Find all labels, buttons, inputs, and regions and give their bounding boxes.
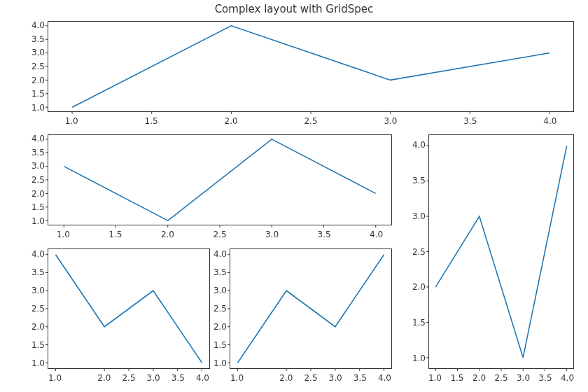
x-tick-labels: 1.02.02.53.03.54.0 bbox=[230, 373, 392, 384]
y-tick-label: 4.0 bbox=[31, 134, 45, 144]
y-tick-label: 4.0 bbox=[412, 140, 426, 150]
x-tick-label: 3.0 bbox=[517, 373, 530, 383]
data-line bbox=[64, 139, 375, 220]
line-plot bbox=[429, 135, 573, 368]
plot-area bbox=[48, 21, 574, 112]
x-tick-label: 2.5 bbox=[304, 373, 317, 383]
figure-title: Complex layout with GridSpec bbox=[0, 3, 588, 15]
x-tick-labels: 1.01.52.02.53.03.54.0 bbox=[48, 230, 392, 241]
y-tick-label: 1.5 bbox=[31, 89, 45, 99]
axes-bottom-mid: 1.02.02.53.03.54.01.01.52.02.53.03.54.0 bbox=[230, 248, 392, 369]
x-tick-label: 2.5 bbox=[494, 373, 507, 383]
axes-top-full: 1.01.52.02.53.03.54.01.01.52.02.53.03.54… bbox=[48, 21, 574, 112]
y-tick-labels: 1.01.52.02.53.03.54.0 bbox=[206, 248, 227, 369]
y-tick-label: 4.0 bbox=[31, 20, 45, 30]
y-tick-label: 2.5 bbox=[31, 62, 45, 71]
x-tick-labels: 1.02.02.53.03.54.0 bbox=[48, 373, 210, 384]
y-tick-label: 3.0 bbox=[31, 161, 45, 171]
x-tick-label: 2.0 bbox=[161, 230, 174, 239]
figure: Complex layout with GridSpec 1.01.52.02.… bbox=[0, 0, 588, 392]
x-tick-label: 1.5 bbox=[145, 116, 158, 126]
y-tick-label: 1.5 bbox=[214, 340, 227, 350]
y-tick-labels: 1.01.52.02.53.03.54.0 bbox=[24, 134, 45, 225]
data-line bbox=[435, 146, 566, 358]
x-tick-label: 1.0 bbox=[65, 116, 78, 126]
x-tick-label: 3.5 bbox=[463, 116, 477, 126]
x-tick-label: 2.5 bbox=[304, 116, 317, 126]
y-tick-label: 2.5 bbox=[412, 247, 426, 257]
x-tick-labels: 1.01.52.02.53.03.54.0 bbox=[48, 116, 574, 127]
plot-area bbox=[428, 134, 574, 369]
y-tick-label: 2.5 bbox=[31, 175, 45, 185]
y-tick-label: 1.0 bbox=[31, 103, 45, 113]
y-tick-label: 3.0 bbox=[31, 286, 45, 295]
axes-bottom-left: 1.02.02.53.03.54.01.01.52.02.53.03.54.0 bbox=[48, 248, 210, 369]
y-tick-label: 2.0 bbox=[412, 282, 426, 292]
y-tick-label: 1.5 bbox=[31, 202, 45, 212]
x-tick-label: 3.5 bbox=[354, 373, 367, 383]
y-tick-labels: 1.01.52.02.53.03.54.0 bbox=[24, 248, 45, 369]
x-tick-label: 2.0 bbox=[225, 116, 238, 126]
x-tick-label: 1.0 bbox=[57, 230, 70, 239]
plot-area bbox=[48, 134, 392, 225]
y-tick-label: 4.0 bbox=[214, 249, 227, 259]
x-tick-label: 3.0 bbox=[384, 116, 397, 126]
x-tick-labels: 1.01.52.02.53.03.54.0 bbox=[428, 373, 574, 384]
data-line bbox=[72, 26, 550, 107]
y-tick-label: 2.0 bbox=[31, 322, 45, 332]
x-tick-label: 4.0 bbox=[561, 373, 574, 383]
y-tick-labels: 1.01.52.02.53.03.54.0 bbox=[24, 21, 45, 112]
y-tick-label: 1.0 bbox=[31, 216, 45, 226]
y-tick-label: 3.0 bbox=[31, 48, 45, 57]
y-tick-label: 1.0 bbox=[31, 358, 45, 368]
x-tick-label: 3.0 bbox=[329, 373, 342, 383]
axes-right-tall: 1.01.52.02.53.03.54.01.01.52.02.53.03.54… bbox=[428, 134, 574, 369]
axes-mid-left-wide: 1.01.52.02.53.03.54.01.01.52.02.53.03.54… bbox=[48, 134, 392, 225]
y-tick-label: 2.0 bbox=[31, 76, 45, 85]
y-tick-label: 1.0 bbox=[214, 358, 227, 368]
y-tick-label: 2.0 bbox=[214, 322, 227, 332]
y-tick-label: 1.5 bbox=[412, 318, 426, 328]
x-tick-label: 1.0 bbox=[48, 373, 62, 383]
y-tick-label: 3.5 bbox=[31, 148, 45, 158]
x-tick-label: 3.5 bbox=[172, 373, 185, 383]
line-plot bbox=[48, 22, 573, 111]
line-plot bbox=[230, 249, 391, 368]
x-tick-label: 3.0 bbox=[265, 230, 279, 239]
x-tick-label: 2.0 bbox=[279, 373, 293, 383]
data-line bbox=[55, 255, 202, 363]
x-tick-label: 2.0 bbox=[97, 373, 111, 383]
y-tick-labels: 1.01.52.02.53.03.54.0 bbox=[405, 134, 426, 369]
y-tick-label: 3.0 bbox=[214, 286, 227, 295]
x-tick-label: 2.0 bbox=[472, 373, 486, 383]
x-tick-label: 1.0 bbox=[230, 373, 244, 383]
plot-area bbox=[48, 248, 210, 369]
x-tick-label: 4.0 bbox=[196, 373, 209, 383]
x-tick-label: 4.0 bbox=[370, 230, 383, 239]
data-line bbox=[237, 255, 384, 363]
x-tick-label: 1.0 bbox=[428, 373, 442, 383]
y-tick-label: 1.5 bbox=[31, 340, 45, 350]
y-tick-label: 3.0 bbox=[412, 211, 426, 221]
line-plot bbox=[48, 249, 209, 368]
plot-area bbox=[230, 248, 392, 369]
y-tick-label: 3.5 bbox=[214, 267, 227, 277]
y-tick-label: 2.5 bbox=[214, 304, 227, 314]
y-tick-label: 2.0 bbox=[31, 189, 45, 199]
x-tick-label: 1.5 bbox=[108, 230, 122, 239]
line-plot bbox=[48, 135, 391, 225]
x-tick-label: 3.0 bbox=[147, 373, 160, 383]
y-tick-label: 3.5 bbox=[31, 267, 45, 277]
x-tick-label: 4.0 bbox=[543, 116, 556, 126]
y-tick-label: 3.5 bbox=[412, 176, 426, 186]
x-tick-label: 3.5 bbox=[538, 373, 552, 383]
x-tick-label: 2.5 bbox=[213, 230, 226, 239]
y-tick-label: 3.5 bbox=[31, 34, 45, 44]
x-tick-label: 1.5 bbox=[450, 373, 463, 383]
x-tick-label: 3.5 bbox=[318, 230, 331, 239]
x-tick-label: 4.0 bbox=[378, 373, 391, 383]
x-tick-label: 2.5 bbox=[122, 373, 135, 383]
y-tick-label: 4.0 bbox=[31, 249, 45, 259]
y-tick-label: 2.5 bbox=[31, 304, 45, 314]
y-tick-label: 1.0 bbox=[412, 354, 426, 363]
